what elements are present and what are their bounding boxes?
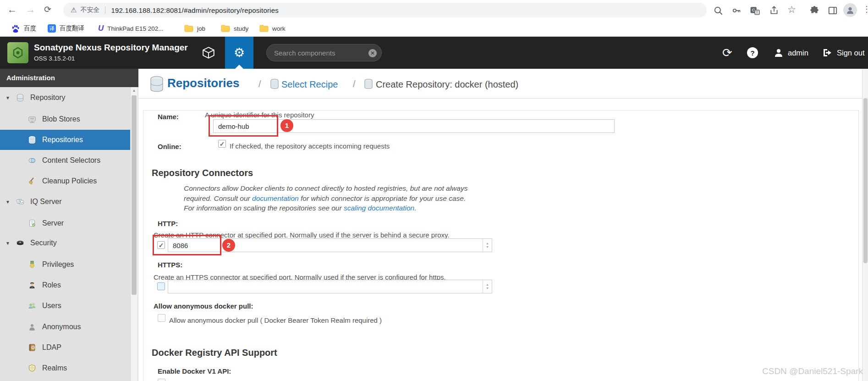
sidebar-item-label: Realms	[42, 364, 67, 372]
sidebar-item-roles[interactable]: Roles	[0, 275, 130, 295]
anonymous-user-icon	[27, 323, 37, 331]
sidebar-item-cleanup-policies[interactable]: Cleanup Policies	[0, 171, 130, 191]
browser-menu-icon[interactable]: ⋮	[863, 4, 868, 14]
bookmark-folder-study[interactable]: study	[221, 20, 248, 37]
enable-v1-api-label: Enable Docker V1 API:	[158, 367, 231, 375]
annotation-step-1-badge: 1	[280, 119, 293, 132]
sidebar-item-content-selectors[interactable]: Content Selectors	[0, 150, 130, 171]
breadcrumb-repositories-link[interactable]: Repositories	[167, 76, 240, 90]
user-icon	[774, 48, 784, 58]
app-version: OSS 3.15.2-01	[34, 55, 75, 62]
https-label: HTTPS:	[158, 261, 182, 269]
search-components-input[interactable]	[274, 44, 363, 61]
expand-caret-icon: ▼	[5, 241, 12, 246]
blob-store-icon	[27, 115, 37, 123]
browser-toolbar: ← → ⟳ ⚠ 不安全 192.168.188.182:8081/#admin/…	[0, 0, 868, 20]
database-icon	[270, 78, 279, 89]
content-selectors-icon	[27, 156, 37, 165]
enable-v1-api-checkbox[interactable]	[158, 379, 165, 381]
anonymous-pull-label: Allow anonymous docker pull:	[154, 302, 253, 310]
reload-icon[interactable]: ⟳	[44, 4, 51, 15]
sidebar-item-label: Repository	[30, 94, 65, 102]
sidebar-item-privileges[interactable]: Privileges	[0, 254, 130, 275]
screen: ← → ⟳ ⚠ 不安全 192.168.188.182:8081/#admin/…	[0, 0, 868, 381]
privileges-medal-icon	[27, 260, 37, 269]
cleanup-broom-icon	[27, 177, 37, 185]
browser-profile-avatar[interactable]	[843, 3, 857, 17]
sidebar-item-realms[interactable]: Realms	[0, 358, 130, 378]
scaling-documentation-link[interactable]: scaling documentation	[344, 204, 414, 212]
signout-button[interactable]: Sign out	[822, 37, 865, 69]
nexus-logo[interactable]	[7, 42, 28, 63]
sidebar-item-blob-stores[interactable]: Blob Stores	[0, 109, 130, 129]
https-port-spinner[interactable]: ▲▼	[483, 280, 492, 293]
http-port-spinner[interactable]: ▲▼	[483, 239, 492, 252]
forward-icon[interactable]: →	[26, 4, 35, 15]
bookmark-baidu[interactable]: 百度	[11, 20, 36, 37]
bookmark-label: study	[234, 25, 248, 32]
https-connector-checkbox[interactable]	[157, 282, 165, 290]
repositories-database-icon	[149, 76, 164, 92]
sidebar-scrollbar-thumb[interactable]	[132, 95, 137, 295]
bookmark-star-icon[interactable]: ☆	[787, 4, 796, 15]
sidebar-item-label: Blob Stores	[42, 115, 80, 123]
http-label: HTTP:	[158, 220, 178, 227]
connectors-description: Connectors allow Docker clients to conne…	[184, 183, 477, 213]
side-panel-icon[interactable]	[828, 6, 838, 16]
realms-shield-icon	[27, 364, 37, 372]
sidebar-item-server[interactable]: Server	[0, 213, 130, 233]
help-button[interactable]: ?	[747, 37, 758, 69]
sidebar-item-label: Security	[30, 239, 57, 247]
https-port-input[interactable]	[168, 280, 492, 293]
online-checkbox[interactable]	[218, 140, 226, 148]
sidebar-item-ldap[interactable]: @ LDAP	[0, 337, 130, 358]
app-title: Sonatype Nexus Repository Manager	[34, 43, 188, 53]
gear-icon: ⚙	[234, 45, 245, 60]
bookmark-thinkpad[interactable]: U ThinkPad E15 202...	[98, 20, 164, 37]
breadcrumb-select-recipe-link[interactable]: Select Recipe	[281, 79, 338, 90]
connectors-text: .	[414, 204, 416, 212]
database-icon	[16, 94, 25, 102]
bookmark-baidu-translate[interactable]: 译 百度翻译	[48, 20, 84, 37]
user-menu[interactable]: admin	[774, 37, 808, 69]
sidebar-item-security[interactable]: ▼ Security	[0, 233, 130, 253]
signout-label: Sign out	[837, 49, 865, 57]
baidu-paw-icon	[11, 24, 20, 33]
folder-icon	[221, 25, 230, 32]
bookmark-label: ThinkPad E15 202...	[107, 25, 163, 32]
scroll-up-icon[interactable]: ▲	[131, 88, 137, 93]
expand-caret-icon: ▼	[5, 95, 12, 100]
admin-mode-tab[interactable]: ⚙	[225, 37, 253, 69]
anonymous-pull-checkbox[interactable]	[158, 314, 165, 322]
bookmark-folder-work[interactable]: work	[259, 20, 286, 37]
page-scrollbar-thumb[interactable]	[863, 98, 868, 263]
search-icon[interactable]	[713, 6, 723, 16]
sidebar-item-label: Anonymous	[42, 323, 81, 331]
sidebar-item-repositories[interactable]: Repositories	[0, 130, 130, 150]
address-bar[interactable]: ⚠ 不安全 192.168.188.182:8081/#admin/reposi…	[63, 3, 707, 17]
sidebar-item-repository[interactable]: ▼ Repository	[0, 88, 130, 108]
svg-text:文: 文	[755, 10, 759, 14]
sidebar-title: Administration	[0, 69, 138, 87]
sidebar-item-label: IQ Server	[30, 198, 61, 206]
password-key-icon[interactable]	[731, 6, 742, 16]
bookmarks-bar: 百度 译 百度翻译 U ThinkPad E15 202... job stud…	[0, 20, 868, 37]
clear-search-icon[interactable]: ✕	[368, 49, 377, 57]
profile-person-icon	[846, 6, 855, 15]
translate-icon[interactable]: G 文	[750, 6, 760, 16]
sidebar-item-users[interactable]: Users	[0, 296, 130, 316]
signout-icon	[822, 48, 833, 58]
browse-mode-cube-icon[interactable]	[202, 46, 215, 60]
sidebar-item-anonymous[interactable]: Anonymous	[0, 317, 130, 337]
sidebar-item-label: Server	[42, 219, 64, 227]
translate-badge-icon: 译	[48, 24, 56, 33]
documentation-link[interactable]: documentation	[252, 194, 299, 202]
refresh-button[interactable]: ⟳	[722, 37, 732, 69]
extensions-puzzle-icon[interactable]	[809, 6, 819, 16]
online-help-text: If checked, the repository accepts incom…	[230, 142, 390, 150]
sidebar-item-iq-server[interactable]: ▼ IQ Server	[0, 192, 130, 212]
bookmark-folder-job[interactable]: job	[184, 20, 205, 37]
anonymous-pull-text: Allow anonymous docker pull ( Docker Bea…	[169, 316, 382, 324]
share-icon[interactable]	[769, 6, 779, 16]
back-icon[interactable]: ←	[7, 4, 17, 15]
